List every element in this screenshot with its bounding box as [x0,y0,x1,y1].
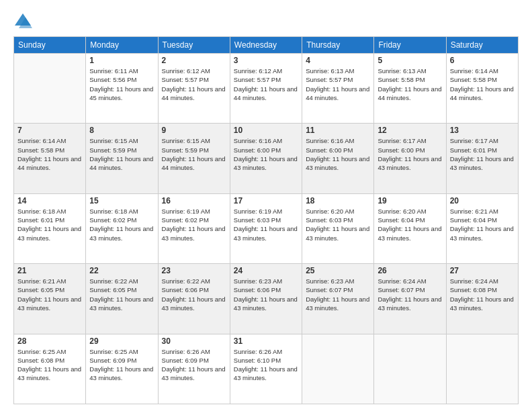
day-number: 30 [162,336,226,346]
day-number: 26 [378,266,442,275]
day-details: Sunrise: 6:17 AMSunset: 6:00 PMDaylight:… [378,136,442,172]
day-details: Sunrise: 6:19 AMSunset: 6:03 PMDaylight:… [234,207,298,242]
day-number: 28 [17,336,82,346]
logo-icon [13,12,32,31]
day-number: 21 [17,266,82,275]
day-details: Sunrise: 6:14 AMSunset: 5:58 PMDaylight:… [17,136,82,172]
day-details: Sunrise: 6:20 AMSunset: 6:03 PMDaylight:… [306,207,370,242]
day-number: 9 [162,126,226,135]
day-number: 1 [89,56,154,65]
calendar-week-row-4: 21Sunrise: 6:21 AMSunset: 6:05 PMDayligh… [14,264,519,334]
day-details: Sunrise: 6:23 AMSunset: 6:07 PMDaylight:… [306,277,370,312]
calendar-cell: 8Sunrise: 6:15 AMSunset: 5:59 PMDaylight… [86,124,158,193]
day-details: Sunrise: 6:24 AMSunset: 6:08 PMDaylight:… [450,277,515,312]
day-details: Sunrise: 6:12 AMSunset: 5:57 PMDaylight:… [234,66,298,102]
calendar-cell: 27Sunrise: 6:24 AMSunset: 6:08 PMDayligh… [446,264,518,334]
weekday-header-friday: Friday [374,37,446,54]
calendar-cell: 29Sunrise: 6:25 AMSunset: 6:09 PMDayligh… [86,334,158,404]
calendar-cell: 19Sunrise: 6:20 AMSunset: 6:04 PMDayligh… [374,193,446,263]
weekday-header-saturday: Saturday [446,37,518,54]
calendar-cell: 17Sunrise: 6:19 AMSunset: 6:03 PMDayligh… [230,193,302,263]
calendar-week-row-5: 28Sunrise: 6:25 AMSunset: 6:08 PMDayligh… [14,334,519,404]
day-number: 7 [17,126,82,135]
calendar-cell: 9Sunrise: 6:15 AMSunset: 5:59 PMDaylight… [158,124,230,193]
calendar-cell [446,334,518,404]
calendar-cell: 11Sunrise: 6:16 AMSunset: 6:00 PMDayligh… [302,124,374,193]
calendar-cell: 3Sunrise: 6:12 AMSunset: 5:57 PMDaylight… [230,54,302,124]
calendar-cell: 12Sunrise: 6:17 AMSunset: 6:00 PMDayligh… [374,124,446,193]
weekday-header-tuesday: Tuesday [158,37,230,54]
calendar-cell: 7Sunrise: 6:14 AMSunset: 5:58 PMDaylight… [14,124,86,193]
calendar-cell: 31Sunrise: 6:26 AMSunset: 6:10 PMDayligh… [230,334,302,404]
day-details: Sunrise: 6:16 AMSunset: 6:00 PMDaylight:… [306,136,370,172]
calendar-cell: 16Sunrise: 6:19 AMSunset: 6:02 PMDayligh… [158,193,230,263]
day-details: Sunrise: 6:12 AMSunset: 5:57 PMDaylight:… [162,66,226,102]
day-number: 6 [450,56,515,65]
calendar-cell: 4Sunrise: 6:13 AMSunset: 5:57 PMDaylight… [302,54,374,124]
calendar-cell: 1Sunrise: 6:11 AMSunset: 5:56 PMDaylight… [86,54,158,124]
calendar-cell: 26Sunrise: 6:24 AMSunset: 6:07 PMDayligh… [374,264,446,334]
calendar-cell: 5Sunrise: 6:13 AMSunset: 5:58 PMDaylight… [374,54,446,124]
calendar-cell: 30Sunrise: 6:26 AMSunset: 6:09 PMDayligh… [158,334,230,404]
day-details: Sunrise: 6:25 AMSunset: 6:09 PMDaylight:… [89,347,154,383]
day-number: 22 [89,266,154,275]
day-number: 13 [450,126,515,135]
day-number: 10 [234,126,298,135]
day-details: Sunrise: 6:13 AMSunset: 5:57 PMDaylight:… [306,66,370,102]
page: SundayMondayTuesdayWednesdayThursdayFrid… [0,0,532,411]
day-details: Sunrise: 6:26 AMSunset: 6:10 PMDaylight:… [234,347,298,383]
weekday-header-row: SundayMondayTuesdayWednesdayThursdayFrid… [14,37,519,54]
day-number: 19 [378,196,442,205]
day-details: Sunrise: 6:24 AMSunset: 6:07 PMDaylight:… [378,277,442,312]
day-details: Sunrise: 6:22 AMSunset: 6:05 PMDaylight:… [89,277,154,312]
calendar-week-row-2: 7Sunrise: 6:14 AMSunset: 5:58 PMDaylight… [14,124,519,193]
logo [13,12,35,31]
day-number: 4 [306,56,370,65]
day-number: 5 [378,56,442,65]
day-details: Sunrise: 6:15 AMSunset: 5:59 PMDaylight:… [162,136,226,172]
calendar-cell: 22Sunrise: 6:22 AMSunset: 6:05 PMDayligh… [86,264,158,334]
calendar-cell: 28Sunrise: 6:25 AMSunset: 6:08 PMDayligh… [14,334,86,404]
calendar-week-row-3: 14Sunrise: 6:18 AMSunset: 6:01 PMDayligh… [14,193,519,263]
day-details: Sunrise: 6:20 AMSunset: 6:04 PMDaylight:… [378,207,442,242]
day-details: Sunrise: 6:21 AMSunset: 6:04 PMDaylight:… [450,207,515,242]
calendar-cell: 14Sunrise: 6:18 AMSunset: 6:01 PMDayligh… [14,193,86,263]
calendar-cell: 13Sunrise: 6:17 AMSunset: 6:01 PMDayligh… [446,124,518,193]
calendar-cell: 10Sunrise: 6:16 AMSunset: 6:00 PMDayligh… [230,124,302,193]
day-number: 12 [378,126,442,135]
header [13,12,519,31]
day-number: 23 [162,266,226,275]
day-number: 14 [17,196,82,205]
calendar: SundayMondayTuesdayWednesdayThursdayFrid… [13,36,519,404]
day-number: 3 [234,56,298,65]
calendar-week-row-1: 1Sunrise: 6:11 AMSunset: 5:56 PMDaylight… [14,54,519,124]
day-number: 16 [162,196,226,205]
day-number: 18 [306,196,370,205]
calendar-cell: 18Sunrise: 6:20 AMSunset: 6:03 PMDayligh… [302,193,374,263]
weekday-header-thursday: Thursday [302,37,374,54]
weekday-header-monday: Monday [86,37,158,54]
calendar-cell [374,334,446,404]
weekday-header-wednesday: Wednesday [230,37,302,54]
day-details: Sunrise: 6:15 AMSunset: 5:59 PMDaylight:… [89,136,154,172]
day-number: 20 [450,196,515,205]
weekday-header-sunday: Sunday [14,37,86,54]
day-details: Sunrise: 6:16 AMSunset: 6:00 PMDaylight:… [234,136,298,172]
day-details: Sunrise: 6:18 AMSunset: 6:01 PMDaylight:… [17,207,82,242]
day-details: Sunrise: 6:26 AMSunset: 6:09 PMDaylight:… [162,347,226,383]
calendar-cell: 21Sunrise: 6:21 AMSunset: 6:05 PMDayligh… [14,264,86,334]
day-details: Sunrise: 6:14 AMSunset: 5:58 PMDaylight:… [450,66,515,102]
calendar-cell: 23Sunrise: 6:22 AMSunset: 6:06 PMDayligh… [158,264,230,334]
day-details: Sunrise: 6:19 AMSunset: 6:02 PMDaylight:… [162,207,226,242]
calendar-cell: 24Sunrise: 6:23 AMSunset: 6:06 PMDayligh… [230,264,302,334]
day-number: 25 [306,266,370,275]
day-details: Sunrise: 6:21 AMSunset: 6:05 PMDaylight:… [17,277,82,312]
day-number: 11 [306,126,370,135]
day-details: Sunrise: 6:13 AMSunset: 5:58 PMDaylight:… [378,66,442,102]
day-number: 15 [89,196,154,205]
calendar-cell [302,334,374,404]
day-details: Sunrise: 6:23 AMSunset: 6:06 PMDaylight:… [234,277,298,312]
calendar-cell: 25Sunrise: 6:23 AMSunset: 6:07 PMDayligh… [302,264,374,334]
day-details: Sunrise: 6:17 AMSunset: 6:01 PMDaylight:… [450,136,515,172]
day-number: 8 [89,126,154,135]
